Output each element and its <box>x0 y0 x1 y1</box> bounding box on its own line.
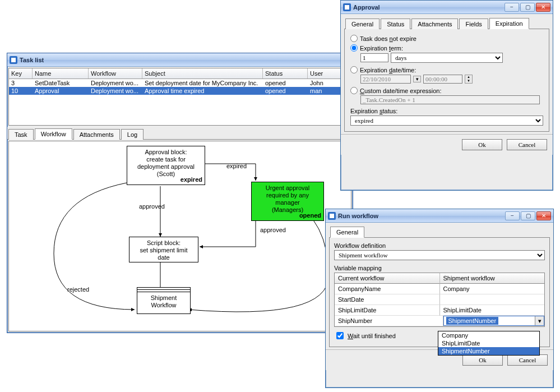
dropdown-option[interactable]: ShipmentNumber <box>438 347 539 355</box>
th-name[interactable]: Name <box>33 68 89 79</box>
node-line: Script block: <box>147 239 181 246</box>
varmap-row[interactable]: ShipNumberShipmentNumber▾ <box>335 316 544 326</box>
tab-attachments[interactable]: Attachments <box>411 19 458 29</box>
radio-expression[interactable] <box>350 87 358 94</box>
chevron-down-icon[interactable]: ▾ <box>535 316 544 325</box>
varmap-cell-right[interactable]: ShipmentNumber▾ <box>443 316 545 326</box>
edge-approved: approved <box>260 227 286 233</box>
varmap-header: Current workflow Shipment workflow <box>335 273 544 284</box>
varmap-row[interactable]: ShipLimitDateShipLimitDate <box>335 305 544 316</box>
edge-rejected: rejected <box>67 286 89 293</box>
run-tabstrip: General <box>329 225 550 238</box>
exp-status-select[interactable]: expired <box>350 116 543 126</box>
table-cell: Approval time expired <box>142 87 263 95</box>
close-button[interactable]: ✕ <box>536 211 551 220</box>
varmap-row[interactable]: StartDate <box>335 294 544 305</box>
node-state-opened: opened <box>299 212 321 219</box>
node-line: create task for <box>146 156 186 163</box>
table-row[interactable]: 10ApprovalDeployment wo...Approval time … <box>9 87 351 95</box>
maximize-button[interactable]: ▢ <box>521 211 535 220</box>
tab-status[interactable]: Status <box>381 19 410 29</box>
term-value-input[interactable] <box>360 53 388 62</box>
table-cell: Approval <box>33 87 89 95</box>
varmap-row[interactable]: CompanyNameCompany <box>335 284 544 294</box>
close-button[interactable]: ✕ <box>536 3 550 12</box>
approval-dialog: Approval − ▢ ✕ GeneralStatusAttachmentsF… <box>340 0 553 191</box>
maximize-button[interactable]: ▢ <box>520 3 535 12</box>
time-spinner-icon[interactable]: ▲▼ <box>465 75 473 84</box>
task-table-header: Key Name Workflow Subject Status User <box>9 68 351 79</box>
minimize-button[interactable]: − <box>505 3 519 12</box>
table-row[interactable]: 3SetDateTaskDeployment wo...Set deployme… <box>9 79 351 87</box>
table-cell: Deployment wo... <box>89 87 142 95</box>
run-workflow-dialog: Run workflow − ▢ ✕ General Workflow defi… <box>325 209 554 388</box>
th-workflow[interactable]: Workflow <box>89 68 142 79</box>
wfdef-select[interactable]: Shipment workflow <box>334 250 545 260</box>
varmap-dropdown[interactable]: CompanyShipLimitDateShipmentNumber <box>438 331 540 356</box>
label-wfdef: Workflow definition <box>334 242 545 249</box>
tab-log[interactable]: Log <box>121 129 144 140</box>
run-cancel-button[interactable]: Cancel <box>507 354 548 366</box>
edge-expired: expired <box>226 163 247 169</box>
tasklist-titlebar[interactable]: Task list <box>7 53 353 67</box>
wait-label: Wait until finished <box>348 333 396 339</box>
node-line: Workflow <box>151 302 176 308</box>
varmap-col-right: Shipment workflow <box>440 273 545 284</box>
workflow-canvas[interactable]: Approval block: create task for deployme… <box>8 141 351 331</box>
tasklist-tabstrip: TaskWorkflowAttachmentsLog <box>7 127 353 140</box>
approval-ok-button[interactable]: Ok <box>462 139 502 150</box>
dropdown-option[interactable]: ShipLimitDate <box>438 339 539 347</box>
table-cell: opened <box>263 87 308 95</box>
node-line: deployment approval <box>137 163 195 170</box>
date-input[interactable] <box>360 75 411 84</box>
tab-fields[interactable]: Fields <box>459 19 488 29</box>
node-urgent-approval[interactable]: Urgent approval required by any manager … <box>251 182 324 221</box>
approval-title: Approval <box>353 4 502 11</box>
label-term: Expiration term: <box>360 45 403 52</box>
term-unit-select[interactable]: days <box>391 53 503 63</box>
tab-workflow[interactable]: Workflow <box>35 128 72 140</box>
varmap-cell-left: ShipNumber <box>335 316 443 326</box>
varmap-combo-value: ShipmentNumber <box>446 317 499 325</box>
expression-input[interactable] <box>360 95 540 104</box>
run-ok-button[interactable]: Ok <box>462 354 503 366</box>
table-cell: SetDateTask <box>33 79 89 87</box>
label-expression: Custom date/time expression: <box>360 87 442 94</box>
approval-tabstrip: GeneralStatusAttachmentsFieldsExpiration <box>344 16 549 29</box>
node-line: date <box>158 254 169 261</box>
table-cell: Deployment wo... <box>89 79 142 87</box>
approval-cancel-button[interactable]: Cancel <box>507 139 547 150</box>
node-line: manager <box>275 199 299 206</box>
table-cell: 3 <box>9 79 33 87</box>
th-subject[interactable]: Subject <box>142 68 263 79</box>
wait-checkbox[interactable] <box>336 332 344 339</box>
dropdown-option[interactable]: Company <box>438 331 539 339</box>
tab-expiration[interactable]: Expiration <box>489 18 529 29</box>
th-status[interactable]: Status <box>263 68 308 79</box>
node-script-block[interactable]: Script block: set shipment limit date <box>129 237 198 262</box>
node-line: (Managers) <box>272 206 303 213</box>
tab-attachments[interactable]: Attachments <box>73 129 120 140</box>
node-approval-block[interactable]: Approval block: create task for deployme… <box>127 146 205 185</box>
approval-titlebar[interactable]: Approval − ▢ ✕ <box>341 1 553 14</box>
date-dropdown-icon[interactable]: ▾ <box>413 76 421 82</box>
varmap-cell-right[interactable] <box>440 294 545 305</box>
radio-term[interactable] <box>350 44 358 52</box>
tab-task[interactable]: Task <box>8 129 34 140</box>
minimize-button[interactable]: − <box>505 211 520 220</box>
run-titlebar[interactable]: Run workflow − ▢ ✕ <box>326 209 553 223</box>
radio-datetime[interactable] <box>350 66 358 73</box>
app-icon <box>328 212 336 220</box>
tab-general[interactable]: General <box>345 19 379 29</box>
node-shipment-workflow[interactable]: Shipment Workflow <box>137 292 191 314</box>
radio-no-expire[interactable] <box>350 35 358 42</box>
varmap-cell-right[interactable]: ShipLimitDate <box>440 305 545 316</box>
app-icon <box>343 3 351 11</box>
table-cell: 10 <box>9 87 33 95</box>
th-key[interactable]: Key <box>9 68 33 79</box>
varmap-cell-right[interactable]: Company <box>440 284 545 294</box>
tab-general[interactable]: General <box>330 227 364 238</box>
varmap-combo[interactable]: ShipmentNumber▾ <box>443 316 545 326</box>
tasklist-title: Task list <box>20 57 350 63</box>
time-input[interactable] <box>423 75 462 84</box>
